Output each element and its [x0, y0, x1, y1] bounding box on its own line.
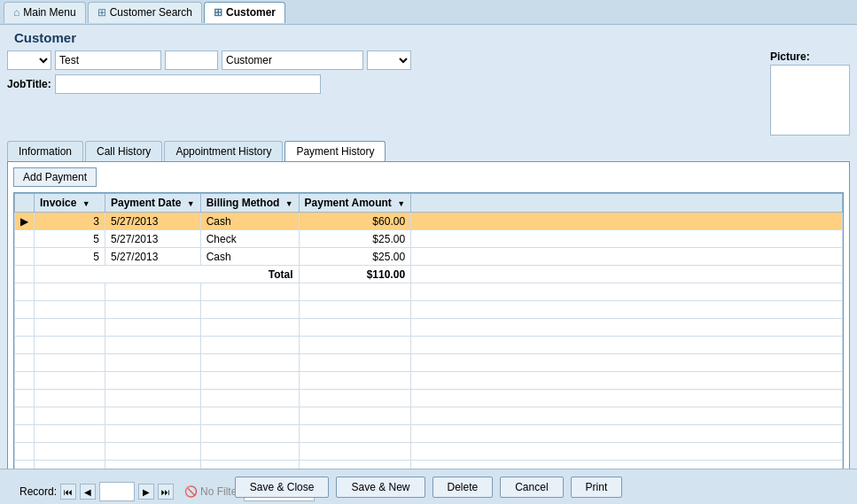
save-new-button[interactable]: Save & New	[336, 477, 425, 498]
form-fields: JobTitle:	[7, 50, 763, 136]
col-payment-amount[interactable]: Payment Amount ▼	[299, 194, 411, 213]
row-indicator: ▶	[15, 213, 35, 230]
person-icon: ⊞	[214, 6, 222, 19]
row-indicator	[15, 248, 35, 266]
tab-customer-search[interactable]: ⊞ Customer Search	[88, 2, 202, 23]
empty-row	[15, 390, 843, 407]
empty-row	[15, 301, 843, 319]
amount-cell: $25.00	[299, 230, 411, 248]
total-label: Total	[35, 266, 300, 283]
invoice-cell: 5	[35, 248, 105, 266]
jobtitle-label: JobTitle:	[7, 78, 51, 90]
title-bar: ⌂ Main Menu ⊞ Customer Search ⊞ Customer	[0, 0, 857, 25]
picture-box: Picture:	[770, 50, 850, 136]
payment-table-container: Invoice ▼ Payment Date ▼ Billing Method …	[13, 192, 844, 479]
total-amount: $110.00	[299, 266, 411, 283]
col-extra	[411, 194, 843, 213]
tab-appointment-history[interactable]: Appointment History	[164, 141, 283, 161]
invoice-cell: 3	[35, 213, 105, 230]
nav-record-input[interactable]	[99, 482, 135, 501]
billing-cell: Cash	[200, 213, 299, 230]
billing-cell: Cash	[200, 248, 299, 266]
tab-main-menu[interactable]: ⌂ Main Menu	[4, 2, 86, 23]
panel-content: Add Payment Invoice ▼ Payment Date ▼	[7, 161, 850, 504]
empty-row	[15, 354, 843, 372]
cancel-button[interactable]: Cancel	[500, 477, 563, 498]
picture-label: Picture:	[770, 50, 810, 63]
date-cell: 5/27/2013	[105, 213, 201, 230]
col-invoice[interactable]: Invoice ▼	[35, 194, 105, 213]
title-dropdown[interactable]	[7, 50, 51, 70]
payment-table: Invoice ▼ Payment Date ▼ Billing Method …	[14, 193, 843, 478]
empty-row	[15, 425, 843, 443]
col-billing-method[interactable]: Billing Method ▼	[200, 194, 299, 213]
picture-frame	[770, 65, 850, 136]
middle-name-input[interactable]	[165, 50, 218, 70]
tab-information[interactable]: Information	[7, 141, 83, 161]
empty-row	[15, 283, 843, 301]
form-area: JobTitle: Picture:	[7, 50, 850, 136]
date-cell: 5/27/2013	[105, 230, 201, 248]
col-indicator	[15, 194, 35, 213]
empty-row	[15, 407, 843, 425]
nav-next-button[interactable]: ▶	[138, 484, 154, 500]
date-sort-icon: ▼	[187, 199, 195, 208]
name-row	[7, 50, 763, 70]
tab-call-history[interactable]: Call History	[85, 141, 162, 161]
extra-cell	[411, 248, 843, 266]
filter-icon: 🚫	[184, 485, 198, 498]
table-icon: ⊞	[97, 6, 106, 19]
row-indicator	[15, 266, 35, 283]
total-row: Total $110.00	[15, 266, 843, 283]
billing-cell: Check	[200, 230, 299, 248]
billing-sort-icon: ▼	[285, 199, 293, 208]
amount-cell: $25.00	[299, 248, 411, 266]
nav-filter: 🚫 No Filter	[184, 485, 240, 498]
add-payment-button[interactable]: Add Payment	[13, 167, 97, 187]
amount-cell: $60.00	[299, 213, 411, 230]
extra-cell	[411, 266, 843, 283]
table-row[interactable]: 5 5/27/2013 Check $25.00	[15, 230, 843, 248]
jobtitle-input[interactable]	[55, 74, 321, 94]
save-close-button[interactable]: Save & Close	[235, 477, 330, 498]
table-row[interactable]: 5 5/27/2013 Cash $25.00	[15, 248, 843, 266]
home-icon: ⌂	[13, 6, 19, 19]
empty-row	[15, 319, 843, 337]
last-name-input[interactable]	[222, 50, 363, 70]
nav-first-button[interactable]: ⏮	[60, 484, 76, 500]
nav-prev-button[interactable]: ◀	[80, 484, 96, 500]
suffix-dropdown[interactable]	[367, 50, 411, 70]
empty-row	[15, 337, 843, 354]
empty-row	[15, 443, 843, 461]
amount-sort-icon: ▼	[397, 199, 405, 208]
nav-last-button[interactable]: ⏭	[158, 484, 174, 500]
tab-payment-history[interactable]: Payment History	[284, 141, 386, 161]
record-label: Record:	[19, 485, 57, 498]
jobtitle-row: JobTitle:	[7, 74, 763, 94]
invoice-sort-icon: ▼	[82, 199, 90, 208]
customer-title: Customer	[14, 30, 76, 45]
customer-header: Customer	[7, 30, 850, 45]
table-row[interactable]: ▶ 3 5/27/2013 Cash $60.00	[15, 213, 843, 230]
row-indicator	[15, 230, 35, 248]
extra-cell	[411, 230, 843, 248]
print-button[interactable]: Print	[571, 477, 623, 498]
empty-row	[15, 372, 843, 390]
invoice-cell: 5	[35, 230, 105, 248]
tab-customer[interactable]: ⊞ Customer	[204, 2, 285, 23]
inner-tabs: Information Call History Appointment His…	[7, 141, 850, 161]
first-name-input[interactable]	[55, 50, 161, 70]
delete-button[interactable]: Delete	[432, 477, 494, 498]
date-cell: 5/27/2013	[105, 248, 201, 266]
extra-cell	[411, 213, 843, 230]
col-payment-date[interactable]: Payment Date ▼	[105, 194, 201, 213]
main-content: Customer JobTitle: P	[0, 25, 857, 469]
